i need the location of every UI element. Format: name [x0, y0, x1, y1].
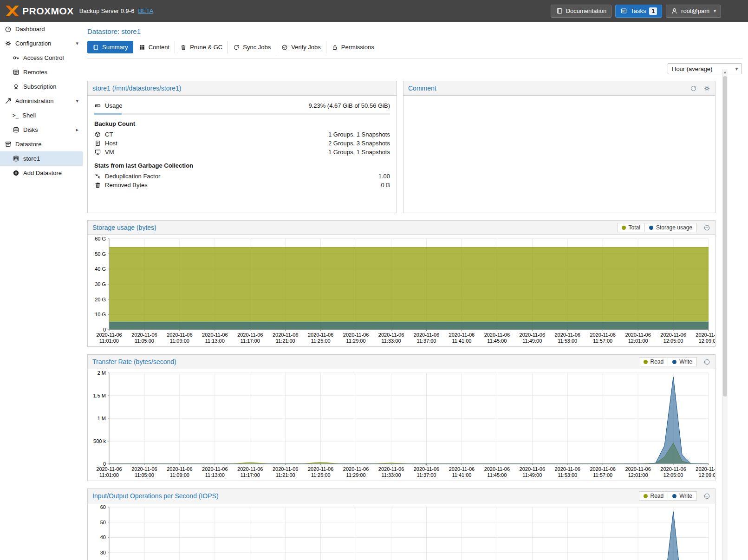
- documentation-button[interactable]: Documentation: [551, 5, 611, 18]
- host-label: Host: [105, 140, 117, 147]
- tab-verify-jobs[interactable]: Verify Jobs: [276, 41, 326, 53]
- svg-text:2020-11-06: 2020-11-06: [555, 332, 580, 338]
- sidebar-item-shell[interactable]: >_Shell: [0, 108, 83, 123]
- sidebar-item-dashboard[interactable]: Dashboard: [0, 22, 83, 36]
- svg-text:12:01:00: 12:01:00: [628, 472, 648, 478]
- storage-usage-panel: Storage usage (bytes)TotalStorage usage0…: [87, 220, 715, 347]
- sidebar-item-subscription[interactable]: Subscription: [0, 79, 83, 94]
- scroll-up-button[interactable]: ▲: [722, 69, 728, 75]
- svg-text:60 G: 60 G: [95, 236, 106, 241]
- svg-text:2020-11-06: 2020-11-06: [520, 466, 545, 472]
- sidebar-item-datastore[interactable]: Datastore: [0, 137, 83, 151]
- tab-prune-gc[interactable]: Prune & GC: [175, 41, 228, 53]
- refresh-button[interactable]: [690, 85, 697, 92]
- sidebar-item-remotes[interactable]: Remotes: [0, 65, 83, 79]
- product-name: Backup Server 0.9-6: [79, 7, 135, 14]
- minus-circle-icon: [703, 493, 710, 500]
- chevron-down-icon: ▾: [76, 98, 78, 104]
- sidebar-item-access-control[interactable]: Access Control: [0, 51, 83, 65]
- comment-body[interactable]: [403, 96, 715, 213]
- legend-item-total[interactable]: Total: [617, 223, 645, 232]
- tab-label: Summary: [102, 44, 128, 51]
- svg-text:11:01:00: 11:01:00: [99, 472, 119, 478]
- svg-text:2020-11-06: 2020-11-06: [131, 466, 157, 472]
- cube-icon: [94, 131, 101, 138]
- svg-text:2020-11-06: 2020-11-06: [273, 466, 298, 472]
- svg-text:30 G: 30 G: [95, 281, 106, 287]
- sidebar-item-label: Administration: [15, 98, 53, 104]
- monitor-icon: [94, 149, 101, 156]
- svg-text:11:49:00: 11:49:00: [522, 472, 542, 478]
- tab-content[interactable]: Content: [134, 41, 176, 53]
- svg-text:12:05:00: 12:05:00: [663, 338, 683, 344]
- tab-permissions[interactable]: Permissions: [326, 41, 379, 53]
- svg-text:2020-11-06: 2020-11-06: [131, 332, 157, 338]
- legend-item-read[interactable]: Read: [639, 357, 669, 366]
- legend-item-write[interactable]: Write: [668, 491, 697, 501]
- top-bar: PROXMOX Backup Server 0.9-6 BETA Documen…: [0, 0, 748, 22]
- chevron-down-icon: ▾: [76, 40, 78, 46]
- sidebar-item-configuration[interactable]: Configuration▾: [0, 36, 83, 51]
- user-menu-button[interactable]: root@pam ▾: [666, 5, 721, 18]
- usage-progress-bar: [94, 113, 390, 115]
- legend-dot-icon: [649, 226, 653, 230]
- scrollbar-thumb[interactable]: [723, 76, 727, 397]
- tab-summary[interactable]: Summary: [87, 41, 133, 53]
- svg-text:12:09:00: 12:09:00: [699, 338, 715, 344]
- page-title: Datastore: store1: [87, 27, 715, 35]
- collapse-panel-button[interactable]: [703, 224, 710, 231]
- svg-text:2 M: 2 M: [98, 370, 106, 376]
- svg-text:11:25:00: 11:25:00: [311, 338, 331, 344]
- sidebar-item-disks[interactable]: Disks▸: [0, 123, 83, 137]
- trash-icon: [94, 182, 101, 189]
- svg-text:12:01:00: 12:01:00: [628, 338, 648, 344]
- cert-icon: [13, 83, 20, 90]
- svg-text:11:09:00: 11:09:00: [170, 472, 189, 478]
- db-icon: [13, 155, 20, 162]
- dedup-value: 1.00: [378, 173, 390, 180]
- settings-button[interactable]: [703, 85, 710, 92]
- svg-text:500 k: 500 k: [93, 438, 106, 444]
- tab-sync-jobs[interactable]: Sync Jobs: [228, 41, 276, 53]
- sidebar-item-add-datastore[interactable]: Add Datastore: [0, 166, 83, 180]
- wrench-icon: [5, 98, 12, 104]
- svg-text:11:21:00: 11:21:00: [276, 472, 295, 478]
- svg-text:2020-11-06: 2020-11-06: [449, 466, 475, 472]
- tasks-label: Tasks: [631, 7, 646, 14]
- legend-item-read[interactable]: Read: [639, 491, 669, 501]
- tasks-button[interactable]: Tasks 1: [615, 5, 662, 18]
- chart-legend: ReadWrite: [639, 491, 697, 501]
- collapse-panel-button[interactable]: [703, 493, 710, 500]
- sidebar-item-store1[interactable]: store1: [0, 151, 83, 166]
- svg-text:2020-11-06: 2020-11-06: [237, 332, 263, 338]
- grid-icon: [139, 44, 145, 51]
- sidebar-item-administration[interactable]: Administration▾: [0, 94, 83, 108]
- legend-item-write[interactable]: Write: [668, 357, 697, 366]
- minus-circle-icon: [703, 358, 710, 365]
- svg-text:2020-11-06: 2020-11-06: [696, 332, 715, 338]
- tab-label: Permissions: [341, 44, 374, 51]
- legend-item-storage-usage[interactable]: Storage usage: [645, 223, 697, 232]
- svg-text:11:37:00: 11:37:00: [416, 472, 436, 478]
- scrollbar[interactable]: ▲: [722, 69, 728, 560]
- svg-text:2020-11-06: 2020-11-06: [414, 332, 439, 338]
- sidebar-item-label: Shell: [22, 112, 36, 119]
- chevron-down-icon: ▾: [735, 66, 738, 72]
- svg-text:2020-11-06: 2020-11-06: [237, 466, 263, 472]
- chevron-right-icon: ▸: [76, 127, 78, 133]
- chevron-down-icon: ▾: [714, 8, 716, 13]
- disks-icon: [13, 126, 20, 133]
- datastore-status-panel: store1 (/mnt/datastores/store1) Usage 9.…: [87, 81, 397, 213]
- removed-bytes-value: 0 B: [381, 182, 390, 189]
- panel-title: Input/Output Operations per Second (IOPS…: [92, 492, 219, 500]
- time-range-select[interactable]: Hour (average) ▾: [668, 63, 742, 74]
- collapse-panel-button[interactable]: [703, 358, 710, 365]
- beta-link[interactable]: BETA: [138, 7, 153, 14]
- transfer-rate-panel: Transfer Rate (bytes/second)ReadWrite050…: [87, 354, 715, 481]
- book-icon: [556, 7, 563, 14]
- list-icon: [13, 69, 20, 76]
- svg-text:2020-11-06: 2020-11-06: [308, 332, 333, 338]
- usage-label: Usage: [105, 102, 123, 109]
- compress-icon: [94, 173, 101, 180]
- tabbar-divider: [87, 58, 742, 59]
